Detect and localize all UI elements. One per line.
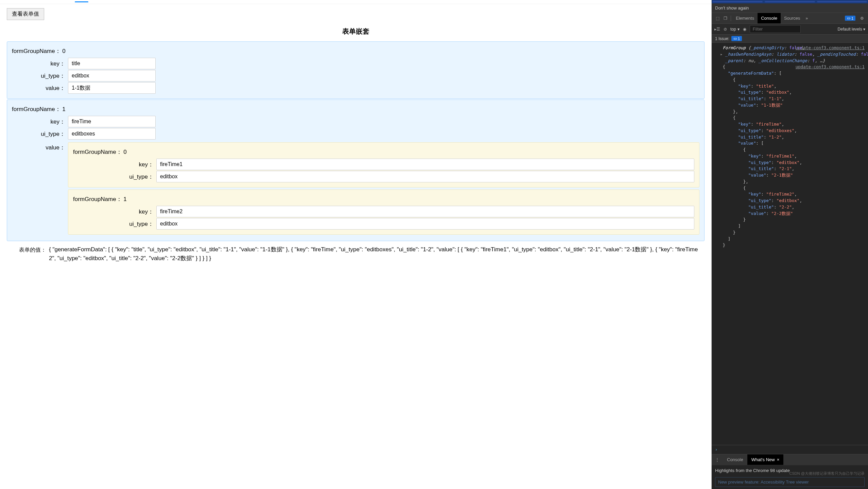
tab-elements[interactable]: Elements <box>732 13 758 23</box>
field-label-uitype: ui_type： <box>73 173 156 181</box>
drawer-tabs: ⋮ Console What's New × <box>712 454 868 465</box>
footer-json: { "generateFormData": [ { "key": "title"… <box>49 245 705 262</box>
close-icon[interactable]: × <box>777 457 780 462</box>
log-levels-selector[interactable]: Default levels ▾ <box>838 27 865 32</box>
view-form-values-button[interactable]: 查看表单值 <box>7 8 44 20</box>
uitype-input[interactable] <box>68 70 156 82</box>
filter-input[interactable] <box>750 25 801 33</box>
key-input[interactable] <box>156 206 694 217</box>
drawer-menu-icon[interactable]: ⋮ <box>712 454 723 465</box>
console-toolbar: ▸☰ ⊘ top ▾ ◉ Default levels ▾ <box>712 24 868 35</box>
devtools-panel: Don't show again ⬚ ❐ Elements Console So… <box>712 0 868 489</box>
key-input[interactable] <box>156 159 694 170</box>
field-label-key: key： <box>73 208 156 216</box>
nested-form-group: formGroupName： 1 key： ui_type： <box>68 189 699 235</box>
drawer-tab-whatsnew[interactable]: What's New × <box>747 454 784 465</box>
whatsnew-feature[interactable]: New preview feature: Accessibility Tree … <box>715 477 865 487</box>
field-label-value: value： <box>12 84 68 92</box>
value-input[interactable] <box>68 82 156 94</box>
more-tabs-icon[interactable]: » <box>804 13 810 23</box>
form-group-name-label: formGroupName： 1 <box>73 194 694 206</box>
footer-label: 表单的值： <box>19 245 46 254</box>
form-group-name-label: formGroupName： 1 <box>12 104 699 116</box>
divider <box>0 4 711 4</box>
console-prompt[interactable]: › <box>712 445 868 454</box>
field-label-key: key： <box>73 161 156 168</box>
field-label-value: value： <box>12 140 68 237</box>
field-label-uitype: ui_type： <box>73 220 156 228</box>
eye-icon[interactable]: ◉ <box>743 27 746 32</box>
devtools-topbar <box>712 0 868 3</box>
uitype-input[interactable] <box>156 218 694 230</box>
form-group: formGroupName： 1 key： ui_type： value： fo… <box>7 99 705 241</box>
key-input[interactable] <box>68 58 156 69</box>
issue-badge[interactable]: ▭ 1 <box>845 16 855 21</box>
form-title: 表单嵌套 <box>0 27 711 36</box>
uitype-input[interactable] <box>156 171 694 182</box>
footer-row: 表单的值： { "generateFormData": [ { "key": "… <box>7 245 705 262</box>
console-json-dump[interactable]: { "generateFormData": [ { "key": "title"… <box>715 64 865 249</box>
clear-console-icon[interactable]: ⊘ <box>724 27 727 32</box>
tab-sources[interactable]: Sources <box>781 13 804 23</box>
tab-console[interactable]: Console <box>758 13 781 23</box>
form-group-name-label: formGroupName： 0 <box>12 46 699 58</box>
watermark: CSDN @大佬别喷记录博客只为自己学习记录 <box>789 471 865 476</box>
field-label-key: key： <box>12 60 68 68</box>
nested-form-group: formGroupName： 0 key： ui_type： <box>68 142 699 187</box>
form-group-name-label: formGroupName： 0 <box>73 147 694 159</box>
console-output[interactable]: update-conf3.component.ts:1 FormGroup {_… <box>712 43 868 445</box>
context-selector[interactable]: top ▾ <box>730 27 740 32</box>
sidebar-toggle-icon[interactable]: ▸☰ <box>714 27 720 32</box>
devtools-infobar[interactable]: Don't show again <box>712 3 868 13</box>
page-content: 查看表单值 表单嵌套 formGroupName： 0 key： ui_type… <box>0 0 712 489</box>
field-label-uitype: ui_type： <box>12 72 68 80</box>
settings-icon[interactable]: ⚙ <box>858 16 866 21</box>
device-icon[interactable]: ❐ <box>722 13 729 23</box>
drawer-tab-console[interactable]: Console <box>723 454 747 465</box>
form-group: formGroupName： 0 key： ui_type： value： <box>7 41 705 99</box>
field-label-uitype: ui_type： <box>12 130 68 138</box>
field-label-key: key： <box>12 118 68 126</box>
active-tab-indicator <box>75 1 88 2</box>
uitype-input[interactable] <box>68 128 156 140</box>
devtools-tabs: ⬚ ❐ Elements Console Sources » ▭ 1 ⚙ <box>712 13 868 24</box>
inspect-icon[interactable]: ⬚ <box>714 13 722 23</box>
source-link[interactable]: update-conf3.component.ts:1 <box>796 64 865 70</box>
key-input[interactable] <box>68 116 156 127</box>
issues-bar[interactable]: 1 Issue: ▭ 1 <box>712 35 868 43</box>
